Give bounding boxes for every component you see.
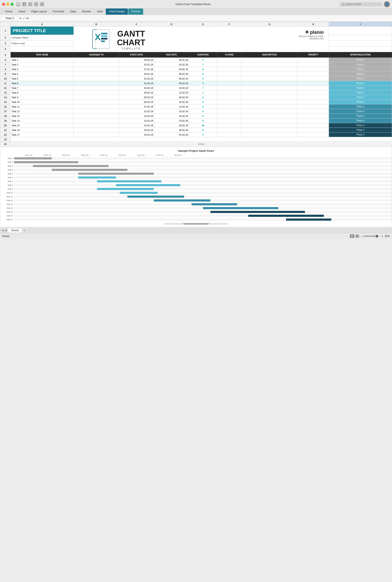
- cell-phase-9[interactable]: Phase 2: [329, 95, 392, 100]
- cell-due-9[interactable]: 09.02.18: [154, 95, 189, 100]
- cell-start-1[interactable]: 25.01.18: [119, 58, 154, 62]
- row-header-4[interactable]: 4: [0, 46, 10, 52]
- cell-due-7[interactable]: 10.02.18: [154, 86, 189, 90]
- col-header-B[interactable]: B: [74, 22, 119, 27]
- cell-start-6[interactable]: 01.02.18: [119, 81, 154, 86]
- cell-task-name-16[interactable]: Task 16: [10, 128, 74, 132]
- insert-function-icon[interactable]: fx: [26, 17, 29, 20]
- row-header-22[interactable]: 22: [0, 132, 10, 137]
- row-header-18[interactable]: 18: [0, 114, 10, 118]
- cell-assigned-6[interactable]: [74, 81, 119, 86]
- cell-phase-6[interactable]: Phase 2: [329, 81, 392, 86]
- cell-phase-1[interactable]: Phase 1: [329, 58, 392, 62]
- cell-priority-5[interactable]: [298, 76, 329, 81]
- row-header-19[interactable]: 19: [0, 118, 10, 123]
- cell-pct-5[interactable]: [217, 76, 242, 81]
- cell-1-I[interactable]: [329, 27, 392, 35]
- cell-task-name-7[interactable]: Task 7: [10, 86, 74, 90]
- cell-desc-8[interactable]: [242, 90, 298, 95]
- cell-task-name-15[interactable]: Task 15: [10, 123, 74, 128]
- cell-due-1[interactable]: 30.01.18: [154, 58, 189, 62]
- col-header-C[interactable]: C: [119, 22, 154, 27]
- cell-assigned-12[interactable]: [74, 109, 119, 114]
- row-header-5[interactable]: 5: [0, 52, 10, 58]
- zoom-in-button[interactable]: +: [382, 234, 383, 238]
- cell-phase-2[interactable]: Phase 1: [329, 62, 392, 67]
- cell-phase-15[interactable]: Phase 4: [329, 123, 392, 128]
- cell-pct-6[interactable]: [217, 81, 242, 86]
- cell-priority-2[interactable]: [298, 62, 329, 67]
- cell-start-11[interactable]: 07.02.18: [119, 104, 154, 109]
- cell-due-8[interactable]: 12.02.18: [154, 90, 189, 95]
- cell-desc-6[interactable]: [242, 81, 298, 86]
- cell-task-name-11[interactable]: Task 11: [10, 104, 74, 109]
- row-header-17[interactable]: 17: [0, 109, 10, 114]
- row-header-14[interactable]: 14: [0, 95, 10, 100]
- cell-task-name-10[interactable]: Task 10: [10, 100, 74, 104]
- cell-due-12[interactable]: 16.02.18: [154, 109, 189, 114]
- cell-dur-1[interactable]: 5: [189, 58, 217, 62]
- cell-priority-12[interactable]: [298, 109, 329, 114]
- row-header-21[interactable]: 21: [0, 128, 10, 132]
- cell-pct-16[interactable]: [217, 128, 242, 132]
- cell-phase-10[interactable]: Phase 2: [329, 100, 392, 104]
- tab-home[interactable]: Home: [2, 9, 16, 15]
- cell-assigned-7[interactable]: [74, 86, 119, 90]
- cell-assigned-9[interactable]: [74, 95, 119, 100]
- cell-phase-13[interactable]: Phase 3: [329, 114, 392, 118]
- cell-dur-14[interactable]: 8: [189, 118, 217, 123]
- cell-dur-13[interactable]: 5: [189, 114, 217, 118]
- row-header-6[interactable]: 6: [0, 58, 10, 62]
- cell-dur-5[interactable]: 8: [189, 76, 217, 81]
- cell-4-A[interactable]: [10, 46, 74, 52]
- cell-due-16[interactable]: 28.02.18: [154, 128, 189, 132]
- cell-task-name-1[interactable]: Task 1: [10, 58, 74, 62]
- row-header-11[interactable]: 11: [0, 81, 10, 86]
- cell-phase-12[interactable]: Phase 3: [329, 109, 392, 114]
- cell-phase-11[interactable]: Phase 3: [329, 104, 392, 109]
- cell-start-10[interactable]: 06.02.18: [119, 100, 154, 104]
- header-priority[interactable]: PRIORITY: [298, 52, 329, 58]
- cell-task-name-4[interactable]: Task 4: [10, 72, 74, 76]
- cell-priority-16[interactable]: [298, 128, 329, 132]
- cell-priority-1[interactable]: [298, 58, 329, 62]
- cell-pct-3[interactable]: [217, 67, 242, 72]
- cell-dur-17[interactable]: 5: [189, 132, 217, 137]
- cell-due-3[interactable]: 04.02.18: [154, 67, 189, 72]
- row-header-10[interactable]: 10: [0, 76, 10, 81]
- sheet-tab-sheet1[interactable]: Sheet1: [8, 228, 22, 232]
- cell-3-I[interactable]: [329, 41, 392, 46]
- col-header-D[interactable]: D: [154, 22, 189, 27]
- cell-start-16[interactable]: 20.02.18: [119, 128, 154, 132]
- cell-priority-8[interactable]: [298, 90, 329, 95]
- cell-desc-11[interactable]: [242, 104, 298, 109]
- cell-assigned-3[interactable]: [74, 67, 119, 72]
- zoom-out-button[interactable]: −: [361, 234, 363, 238]
- cell-project-lead[interactable]: Project Lead: [10, 41, 74, 46]
- row-header-24[interactable]: 24: [0, 142, 10, 146]
- cell-assigned-13[interactable]: [74, 114, 119, 118]
- cell-desc-3[interactable]: [242, 67, 298, 72]
- cell-due-6[interactable]: 05.02.18: [154, 81, 189, 86]
- cell-phase-17[interactable]: Phase 4: [329, 132, 392, 137]
- cell-dur-15[interactable]: 10: [189, 123, 217, 128]
- cell-phase-8[interactable]: Phase 2: [329, 90, 392, 95]
- gantt-scrollbar[interactable]: [0, 223, 392, 225]
- cell-assigned-16[interactable]: [74, 128, 119, 132]
- cell-4-I[interactable]: [329, 46, 392, 52]
- cell-start-17[interactable]: 24.02.18: [119, 132, 154, 137]
- cell-phase-14[interactable]: Phase 3: [329, 118, 392, 123]
- row-header-8[interactable]: 8: [0, 67, 10, 72]
- header-task-name[interactable]: TASK NAME: [10, 52, 74, 58]
- cell-desc-17[interactable]: [242, 132, 298, 137]
- header-due-date[interactable]: DUE DATE: [154, 52, 189, 58]
- redo-icon[interactable]: ↪: [34, 2, 38, 6]
- cell-task-name-12[interactable]: Task 12: [10, 109, 74, 114]
- col-header-E[interactable]: E: [189, 22, 217, 27]
- row-header-2[interactable]: 2: [0, 35, 10, 41]
- cell-phase-4[interactable]: Phase 1: [329, 72, 392, 76]
- sheet-next-icon[interactable]: ▶: [4, 229, 8, 232]
- cell-priority-14[interactable]: [298, 118, 329, 123]
- cell-task-name-3[interactable]: Task 3: [10, 67, 74, 72]
- cell-start-13[interactable]: 14.02.18: [119, 114, 154, 118]
